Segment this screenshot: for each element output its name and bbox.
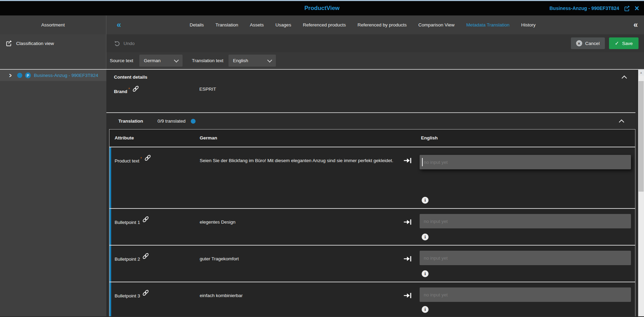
row-accent-stripe [109, 147, 111, 208]
save-label: Save [622, 41, 633, 46]
content-details-title: Content details [114, 75, 148, 80]
undo-button[interactable]: Undo [114, 40, 134, 47]
copy-to-target-icon[interactable] [403, 157, 412, 164]
brand-value: ESPRIT [199, 87, 216, 92]
attribute-cell: Bulletpoint 1 [115, 219, 149, 226]
language-selector-row: Source text German Translation text Engl… [0, 52, 644, 70]
source-language-select[interactable]: German [139, 55, 183, 67]
sidebar-spacer [0, 52, 106, 69]
cancel-x-icon: × [576, 40, 582, 46]
tabs: DetailsTranslationAssetsUsagesReferenced… [190, 22, 536, 27]
translation-input[interactable] [420, 155, 631, 169]
attribute-cell: Bulletpoint 2 [115, 256, 149, 263]
translation-section-header: Translation 0/9 translated [106, 113, 635, 129]
target-language-select[interactable]: English [229, 55, 276, 67]
tab-comparison-view[interactable]: Comparison View [418, 22, 455, 27]
attribute-label: Bulletpoint 2 [115, 257, 140, 262]
collapse-section-icon[interactable] [622, 76, 627, 81]
info-icon[interactable]: i [422, 197, 429, 204]
attribute-cell: Bulletpoint 3 [115, 293, 149, 300]
tab-referenced-products[interactable]: Referenced products [303, 22, 346, 27]
tab-translation[interactable]: Translation [215, 22, 238, 27]
translation-input[interactable] [420, 251, 631, 265]
collapse-panel-icon[interactable]: « [633, 20, 638, 30]
tab-metadata-translation[interactable]: Metadata Translation [466, 22, 510, 27]
translation-input[interactable] [420, 214, 631, 228]
tree-item-label: Business-Anzug - 990EF3T824 [34, 73, 98, 78]
classification-view-icon [5, 40, 12, 47]
app-window: ProductView Business-Anzug - 990EF3T824 … [0, 0, 644, 317]
brand-label: Brand [114, 89, 127, 94]
tree-item-product[interactable]: > P Business-Anzug - 990EF3T824 [0, 70, 106, 81]
unlink-icon[interactable] [142, 252, 149, 260]
attribute-label: Bulletpoint 3 [115, 293, 140, 298]
copy-to-target-icon[interactable] [403, 218, 412, 226]
tab-assets[interactable]: Assets [250, 22, 264, 27]
language-selector-main: Source text German Translation text Engl… [106, 52, 644, 69]
cancel-label: Cancel [585, 41, 600, 46]
undo-label: Undo [124, 41, 134, 46]
chevron-down-icon [174, 57, 179, 62]
undo-icon [114, 40, 120, 47]
app-title: ProductView [0, 5, 644, 12]
scrollbar-thumb[interactable] [639, 81, 644, 192]
title-bar: ProductView Business-Anzug - 990EF3T824 … [0, 1, 644, 15]
info-icon[interactable]: i [422, 306, 429, 313]
classification-tree-panel: > P Business-Anzug - 990EF3T824 [0, 70, 106, 316]
collapse-sidebar-icon[interactable]: « [117, 20, 121, 30]
copy-to-target-icon[interactable] [403, 255, 412, 262]
row-accent-stripe [109, 246, 111, 282]
save-button[interactable]: ✓ Save [609, 37, 639, 49]
classification-view-label: Classification view [16, 41, 54, 46]
scrollbar-up-button[interactable]: ▲ [638, 70, 644, 76]
share-icon[interactable] [624, 5, 630, 12]
tab-bar: Assortment « DetailsTranslationAssetsUsa… [0, 15, 644, 34]
translation-table-header: Attribute German English [109, 129, 635, 147]
classification-view-button[interactable]: Classification view [0, 34, 106, 52]
product-type-badge: P [25, 72, 31, 78]
cancel-button[interactable]: × Cancel [571, 37, 605, 49]
unlink-icon[interactable] [142, 289, 149, 296]
source-text: elegentes Design [200, 218, 397, 226]
vertical-scrollbar[interactable]: ▲ [638, 70, 644, 316]
source-language-value: German [144, 58, 161, 63]
translation-progress: 0/9 translated [157, 118, 186, 124]
collapse-section-icon[interactable] [619, 119, 624, 125]
main-panel: Content details Brand* ESPRIT Translatio… [106, 70, 638, 316]
column-header-attribute: Attribute [115, 135, 134, 140]
close-icon[interactable]: × [635, 5, 639, 11]
tab-referenced-by-products[interactable]: Referenced by products [358, 22, 407, 27]
target-language-value: English [233, 58, 248, 63]
translation-input[interactable] [420, 287, 631, 302]
tree-expand-icon[interactable]: > [9, 72, 12, 79]
product-label: Business-Anzug - 990EF3T824 [550, 5, 619, 11]
translation-text-label: Translation text [192, 58, 223, 63]
unlink-icon[interactable] [144, 154, 151, 161]
attribute-label: Product text [115, 158, 139, 163]
row-accent-stripe [109, 209, 111, 245]
title-right-group: Business-Anzug - 990EF3T824 × [550, 5, 640, 12]
required-asterisk: * [140, 156, 142, 161]
tree-status-dot [17, 73, 22, 78]
translation-row: Bulletpoint 2 guter Tragekomfort i [109, 246, 635, 282]
copy-to-target-icon[interactable] [403, 292, 412, 299]
required-asterisk: * [128, 87, 130, 92]
unlink-icon[interactable] [132, 85, 139, 92]
translation-table-body: Product text* Seien Sie der Blickfang im… [109, 147, 635, 316]
column-header-german: German [200, 135, 217, 140]
tab-history[interactable]: History [521, 22, 536, 27]
row-accent-stripe [109, 282, 111, 316]
content-row: > P Business-Anzug - 990EF3T824 Content … [0, 70, 644, 316]
text-caret [422, 158, 423, 166]
source-text: einfach kombinierbar [200, 292, 397, 299]
translation-title: Translation [118, 118, 143, 124]
tab-usages[interactable]: Usages [276, 22, 291, 27]
chevron-down-icon [267, 57, 272, 62]
source-text: guter Tragekomfort [200, 255, 397, 262]
translation-table: Attribute German English Product text* S… [109, 129, 635, 316]
column-header-english: English [421, 135, 438, 140]
tab-details[interactable]: Details [190, 22, 204, 27]
info-icon[interactable]: i [422, 270, 429, 277]
info-icon[interactable]: i [422, 234, 429, 240]
unlink-icon[interactable] [142, 216, 149, 223]
